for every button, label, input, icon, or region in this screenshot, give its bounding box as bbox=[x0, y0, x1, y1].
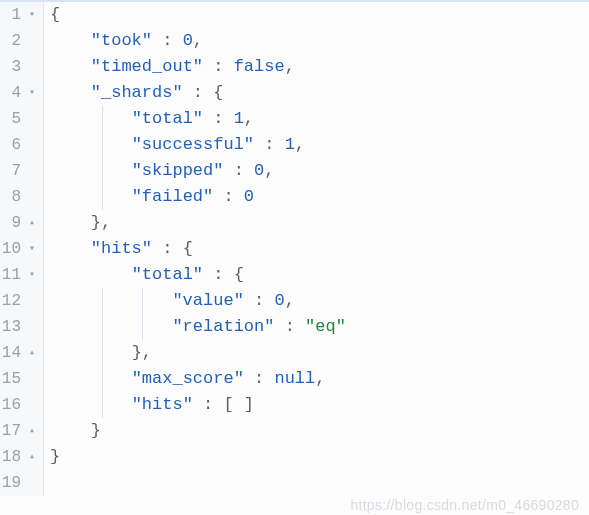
whitespace bbox=[50, 161, 132, 180]
json-keyword: false bbox=[234, 57, 285, 76]
code-line[interactable]: 2 "took" : 0, bbox=[0, 28, 589, 54]
code-editor[interactable]: 1▾{2 "took" : 0,3 "timed_out" : false,4▾… bbox=[0, 2, 589, 496]
gutter: 9▴ bbox=[0, 210, 44, 236]
code-line[interactable]: 18▴} bbox=[0, 444, 589, 470]
json-punct: : bbox=[203, 109, 234, 128]
json-punct: , bbox=[285, 57, 295, 76]
indent-guide bbox=[102, 314, 103, 340]
json-string: "eq" bbox=[305, 317, 346, 336]
line-number: 17 bbox=[2, 418, 21, 444]
code-content[interactable]: "failed" : 0 bbox=[44, 184, 254, 210]
fold-close-icon[interactable]: ▴ bbox=[25, 348, 35, 358]
indent-guide bbox=[102, 132, 103, 158]
line-number: 9 bbox=[11, 210, 21, 236]
watermark-text: https://blog.csdn.net/m0_46690280 bbox=[350, 497, 579, 513]
json-key: "timed_out" bbox=[91, 57, 203, 76]
code-content[interactable]: }, bbox=[44, 210, 111, 236]
code-content[interactable]: }, bbox=[44, 340, 152, 366]
line-number: 3 bbox=[11, 54, 21, 80]
json-key: "value" bbox=[172, 291, 243, 310]
code-content[interactable]: "skipped" : 0, bbox=[44, 158, 274, 184]
whitespace bbox=[50, 83, 91, 102]
fold-close-icon[interactable]: ▴ bbox=[25, 452, 35, 462]
fold-open-icon[interactable]: ▾ bbox=[25, 88, 35, 98]
json-punct: , bbox=[244, 109, 254, 128]
json-punct: , bbox=[193, 31, 203, 50]
code-content[interactable]: "hits" : { bbox=[44, 236, 193, 262]
code-content[interactable]: "value" : 0, bbox=[44, 288, 295, 314]
code-line[interactable]: 16 "hits" : [ ] bbox=[0, 392, 589, 418]
json-punct: : bbox=[213, 187, 244, 206]
line-number: 8 bbox=[11, 184, 21, 210]
code-line[interactable]: 17▴ } bbox=[0, 418, 589, 444]
whitespace bbox=[50, 31, 91, 50]
gutter: 2 bbox=[0, 28, 44, 54]
gutter: 13 bbox=[0, 314, 44, 340]
json-punct: }, bbox=[132, 343, 152, 362]
code-line[interactable]: 14▴ }, bbox=[0, 340, 589, 366]
code-line[interactable]: 4▾ "_shards" : { bbox=[0, 80, 589, 106]
code-content[interactable]: "total" : 1, bbox=[44, 106, 254, 132]
line-number: 2 bbox=[11, 28, 21, 54]
code-line[interactable]: 3 "timed_out" : false, bbox=[0, 54, 589, 80]
fold-close-icon[interactable]: ▴ bbox=[25, 426, 35, 436]
code-line[interactable]: 9▴ }, bbox=[0, 210, 589, 236]
json-key: "successful" bbox=[132, 135, 254, 154]
line-number: 5 bbox=[11, 106, 21, 132]
json-number: 0 bbox=[274, 291, 284, 310]
json-number: 0 bbox=[183, 31, 193, 50]
json-key: "took" bbox=[91, 31, 152, 50]
code-line[interactable]: 6 "successful" : 1, bbox=[0, 132, 589, 158]
code-content[interactable]: "successful" : 1, bbox=[44, 132, 305, 158]
code-line[interactable]: 1▾{ bbox=[0, 2, 589, 28]
line-number: 18 bbox=[2, 444, 21, 470]
code-content[interactable]: "relation" : "eq" bbox=[44, 314, 346, 340]
gutter: 11▾ bbox=[0, 262, 44, 288]
code-content[interactable]: "max_score" : null, bbox=[44, 366, 325, 392]
code-line[interactable]: 12 "value" : 0, bbox=[0, 288, 589, 314]
gutter: 7 bbox=[0, 158, 44, 184]
code-content[interactable]: "timed_out" : false, bbox=[44, 54, 295, 80]
gutter: 5 bbox=[0, 106, 44, 132]
whitespace bbox=[50, 317, 172, 336]
code-line[interactable]: 13 "relation" : "eq" bbox=[0, 314, 589, 340]
gutter: 12 bbox=[0, 288, 44, 314]
whitespace bbox=[50, 395, 132, 414]
fold-open-icon[interactable]: ▾ bbox=[25, 270, 35, 280]
json-punct: : bbox=[244, 369, 275, 388]
gutter: 14▴ bbox=[0, 340, 44, 366]
code-line[interactable]: 10▾ "hits" : { bbox=[0, 236, 589, 262]
fold-open-icon[interactable]: ▾ bbox=[25, 244, 35, 254]
fold-open-icon[interactable]: ▾ bbox=[25, 10, 35, 20]
code-line[interactable]: 11▾ "total" : { bbox=[0, 262, 589, 288]
code-line[interactable]: 8 "failed" : 0 bbox=[0, 184, 589, 210]
gutter: 19 bbox=[0, 470, 44, 496]
fold-close-icon[interactable]: ▴ bbox=[25, 218, 35, 228]
code-content[interactable]: "hits" : [ ] bbox=[44, 392, 254, 418]
json-punct: : bbox=[223, 161, 254, 180]
gutter: 4▾ bbox=[0, 80, 44, 106]
gutter: 3 bbox=[0, 54, 44, 80]
json-key: "hits" bbox=[132, 395, 193, 414]
code-line[interactable]: 15 "max_score" : null, bbox=[0, 366, 589, 392]
code-content[interactable]: { bbox=[44, 2, 60, 28]
code-line[interactable]: 19 bbox=[0, 470, 589, 496]
json-punct: : { bbox=[152, 239, 193, 258]
json-punct: : bbox=[203, 57, 234, 76]
code-content[interactable]: } bbox=[44, 418, 101, 444]
indent-guide bbox=[142, 288, 143, 314]
json-punct: }, bbox=[91, 213, 111, 232]
code-content[interactable]: "_shards" : { bbox=[44, 80, 223, 106]
code-line[interactable]: 5 "total" : 1, bbox=[0, 106, 589, 132]
line-number: 11 bbox=[2, 262, 21, 288]
json-key: "skipped" bbox=[132, 161, 224, 180]
json-number: 0 bbox=[254, 161, 264, 180]
code-content[interactable]: "took" : 0, bbox=[44, 28, 203, 54]
code-content[interactable]: "total" : { bbox=[44, 262, 244, 288]
json-key: "max_score" bbox=[132, 369, 244, 388]
code-content[interactable]: } bbox=[44, 444, 60, 470]
indent-guide bbox=[102, 392, 103, 418]
gutter: 6 bbox=[0, 132, 44, 158]
code-line[interactable]: 7 "skipped" : 0, bbox=[0, 158, 589, 184]
json-punct: , bbox=[295, 135, 305, 154]
